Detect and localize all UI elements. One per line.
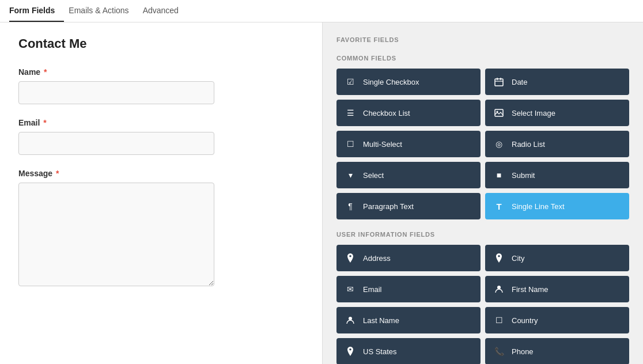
tab-form-fields[interactable]: Form Fields	[9, 0, 64, 22]
btn-select[interactable]: ▾ Select	[336, 162, 481, 188]
first-name-icon	[493, 283, 505, 295]
country-label: Country	[512, 316, 538, 325]
submit-label: Submit	[512, 171, 535, 180]
select-image-label: Select Image	[512, 109, 555, 117]
btn-multi-select[interactable]: ☐ Multi-Select	[336, 131, 481, 157]
tab-emails-actions[interactable]: Emails & Actions	[69, 0, 138, 22]
btn-phone[interactable]: 📞 Phone	[485, 338, 629, 364]
main-layout: Contact Me Name * Email * Message * FAVO…	[0, 22, 643, 364]
email-label: Email *	[18, 118, 304, 127]
btn-single-checkbox[interactable]: ☑ Single Checkbox	[336, 69, 481, 95]
single-line-text-icon: T	[493, 200, 505, 212]
select-image-icon	[493, 107, 505, 119]
btn-address[interactable]: Address	[336, 245, 481, 271]
multi-select-icon: ☐	[345, 138, 356, 150]
submit-icon: ■	[493, 169, 505, 181]
phone-icon: 📞	[493, 346, 505, 357]
city-label: City	[512, 254, 524, 263]
us-states-icon	[345, 346, 356, 357]
btn-single-line-text[interactable]: T Single Line Text	[485, 193, 629, 219]
form-title: Contact Me	[18, 36, 304, 51]
radio-list-icon: ◎	[493, 138, 505, 150]
last-name-icon	[345, 314, 356, 326]
checkbox-list-icon: ☰	[345, 107, 356, 119]
date-label: Date	[512, 78, 527, 86]
btn-email-field[interactable]: ✉ Email	[336, 276, 481, 302]
field-name: Name *	[18, 67, 304, 104]
btn-radio-list[interactable]: ◎ Radio List	[485, 131, 629, 157]
btn-us-states[interactable]: US States	[336, 338, 481, 364]
last-name-label: Last Name	[363, 316, 399, 325]
date-icon	[493, 76, 505, 88]
field-picker-panel: FAVORITE FIELDS COMMON FIELDS ☑ Single C…	[323, 22, 643, 364]
single-checkbox-label: Single Checkbox	[363, 78, 419, 86]
us-states-label: US States	[363, 347, 397, 356]
btn-first-name[interactable]: First Name	[485, 276, 629, 302]
btn-submit[interactable]: ■ Submit	[485, 162, 629, 188]
address-label: Address	[363, 254, 391, 263]
checkbox-list-label: Checkbox List	[363, 109, 410, 117]
first-name-label: First Name	[512, 285, 549, 294]
phone-label: Phone	[512, 347, 534, 356]
email-input[interactable]	[18, 132, 214, 155]
message-label: Message *	[18, 169, 304, 178]
single-line-text-label: Single Line Text	[512, 202, 565, 211]
tab-advanced[interactable]: Advanced	[143, 0, 188, 22]
top-tabs-bar: Form Fields Emails & Actions Advanced	[0, 0, 643, 22]
field-email: Email *	[18, 118, 304, 155]
radio-list-label: Radio List	[512, 140, 545, 149]
message-required-star: *	[54, 169, 59, 178]
address-icon	[345, 252, 356, 264]
name-required-star: *	[41, 67, 47, 77]
email-field-label: Email	[363, 285, 382, 294]
form-preview-panel: Contact Me Name * Email * Message *	[0, 22, 323, 364]
btn-paragraph-text[interactable]: ¶ Paragraph Text	[336, 193, 481, 219]
name-label: Name *	[18, 67, 304, 77]
paragraph-text-label: Paragraph Text	[363, 202, 414, 211]
user-fields-grid: Address City ✉ Email First Name	[336, 245, 629, 364]
common-fields-grid: ☑ Single Checkbox Date ☰ Checkbox List S…	[336, 69, 629, 219]
btn-last-name[interactable]: Last Name	[336, 307, 481, 333]
field-message: Message *	[18, 169, 304, 288]
favorite-fields-header: FAVORITE FIELDS	[336, 36, 629, 43]
btn-checkbox-list[interactable]: ☰ Checkbox List	[336, 100, 481, 126]
name-input[interactable]	[18, 81, 214, 104]
message-textarea[interactable]	[18, 183, 214, 286]
select-icon: ▾	[345, 169, 356, 181]
email-required-star: *	[41, 118, 46, 127]
single-checkbox-icon: ☑	[345, 76, 356, 88]
multi-select-label: Multi-Select	[363, 140, 402, 149]
svg-rect-4	[495, 109, 503, 116]
btn-date[interactable]: Date	[485, 69, 629, 95]
email-field-icon: ✉	[345, 283, 356, 295]
btn-city[interactable]: City	[485, 245, 629, 271]
svg-rect-0	[495, 79, 503, 86]
common-fields-header: COMMON FIELDS	[336, 55, 629, 62]
svg-point-7	[349, 317, 352, 320]
country-icon: ☐	[493, 314, 505, 326]
city-icon	[493, 252, 505, 264]
select-label: Select	[363, 171, 384, 180]
btn-country[interactable]: ☐ Country	[485, 307, 629, 333]
btn-select-image[interactable]: Select Image	[485, 100, 629, 126]
user-info-header: USER INFORMATION FIELDS	[336, 231, 629, 238]
paragraph-text-icon: ¶	[345, 200, 356, 212]
svg-point-6	[497, 286, 501, 289]
